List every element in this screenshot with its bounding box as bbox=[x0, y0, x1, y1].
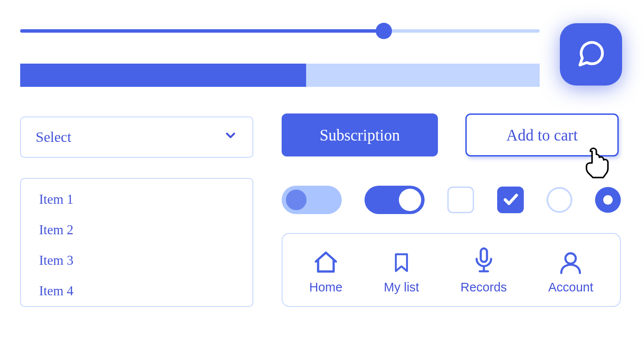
microphone-icon bbox=[471, 246, 496, 276]
slider-track bbox=[20, 29, 540, 33]
nav-item-mylist[interactable]: My list bbox=[384, 246, 419, 294]
bottom-navigation: Home My list Records Account bbox=[282, 233, 621, 307]
checkbox-checked[interactable] bbox=[497, 187, 524, 213]
select-label: Select bbox=[36, 129, 71, 145]
select-options-list: Item 1 Item 2 Item 3 Item 4 bbox=[20, 178, 253, 307]
svg-point-3 bbox=[565, 253, 576, 263]
nav-label: Records bbox=[461, 280, 507, 294]
slider-thumb[interactable] bbox=[376, 23, 392, 39]
slider[interactable] bbox=[20, 27, 540, 35]
nav-item-records[interactable]: Records bbox=[461, 246, 507, 294]
bookmark-icon bbox=[390, 246, 413, 276]
list-item[interactable]: Item 2 bbox=[39, 222, 234, 238]
toggle-switch-off[interactable] bbox=[282, 186, 342, 214]
select-dropdown[interactable]: Select bbox=[20, 116, 253, 158]
svg-rect-0 bbox=[480, 248, 487, 262]
list-item[interactable]: Item 1 bbox=[39, 192, 234, 207]
chevron-down-icon bbox=[223, 128, 238, 146]
toggle-switch-on[interactable] bbox=[365, 186, 425, 214]
radio-unchecked[interactable] bbox=[547, 187, 572, 213]
user-icon bbox=[558, 246, 583, 276]
toggle-knob bbox=[286, 190, 307, 210]
home-icon bbox=[313, 246, 339, 276]
subscription-button-label: Subscription bbox=[319, 126, 400, 144]
chat-icon bbox=[576, 39, 606, 70]
nav-item-account[interactable]: Account bbox=[548, 246, 593, 294]
pointer-cursor-icon bbox=[583, 147, 610, 178]
nav-item-home[interactable]: Home bbox=[309, 246, 342, 294]
add-to-cart-button-label: Add to cart bbox=[506, 126, 577, 144]
toggle-knob bbox=[399, 189, 421, 211]
list-item[interactable]: Item 4 bbox=[39, 283, 234, 299]
controls-row bbox=[282, 185, 621, 215]
nav-label: Account bbox=[548, 280, 593, 294]
subscription-button[interactable]: Subscription bbox=[282, 113, 438, 156]
chat-button[interactable] bbox=[560, 23, 622, 86]
nav-label: Home bbox=[309, 280, 342, 294]
check-icon bbox=[501, 190, 519, 210]
progress-bar bbox=[20, 64, 540, 87]
nav-label: My list bbox=[384, 280, 419, 294]
progress-bar-fill bbox=[20, 64, 306, 87]
checkbox-unchecked[interactable] bbox=[447, 187, 474, 213]
slider-fill bbox=[20, 29, 384, 33]
list-item[interactable]: Item 3 bbox=[39, 253, 234, 268]
radio-checked[interactable] bbox=[595, 187, 621, 213]
